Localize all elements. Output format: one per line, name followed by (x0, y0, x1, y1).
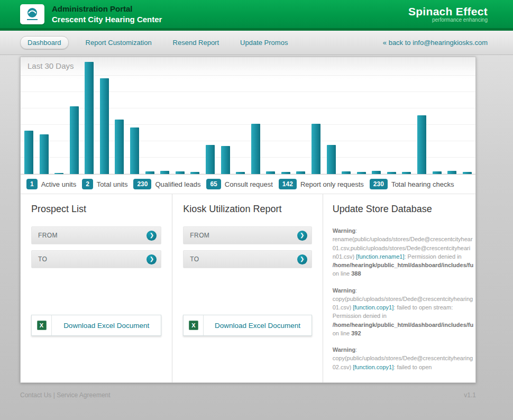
app-header: Administration Portal Crescent City Hear… (0, 0, 513, 31)
kiosk-from-date-picker[interactable]: FROM ❯ (183, 226, 312, 244)
footer-separator: | (53, 391, 55, 399)
main-card: Last 30 Days 1 Active units 2 Total unit… (20, 57, 476, 383)
chart-bar (176, 171, 185, 174)
footer: Contact Us | Service Agreement v1.1 (20, 391, 476, 399)
chart-bar (24, 131, 33, 174)
chevron-right-icon: ❯ (297, 254, 307, 264)
chart-bar (372, 171, 381, 174)
excel-icon-cell: X (32, 315, 52, 335)
chart-bar (145, 171, 154, 174)
function-doc-link[interactable]: [function.rename1] (356, 253, 404, 260)
warning-path: /home/hearingk/public_html/dashboard/inc… (333, 261, 473, 269)
chart-bar (417, 115, 426, 174)
contact-us-link[interactable]: Contact Us (20, 391, 51, 399)
chart-bar (70, 106, 79, 174)
company-logo (20, 4, 44, 24)
chart-bar (100, 78, 109, 174)
kiosk-download-excel-button[interactable]: X Download Excel Document (183, 315, 312, 336)
warning-colon: : (355, 287, 357, 294)
legend-label-report-only: Report only requests (300, 180, 364, 188)
brand-name: Spinach Effect (408, 5, 488, 18)
excel-icon-cell: X (184, 315, 204, 335)
legend-badge-hearing-checks: 230 (370, 179, 388, 189)
from-label: FROM (190, 232, 209, 239)
chart-bar (251, 124, 260, 174)
legend-badge-report-only: 142 (279, 179, 297, 189)
prospect-list-title: Prospect List (31, 204, 161, 215)
chart-bar (40, 134, 49, 174)
chart-bar (266, 171, 275, 174)
prospect-to-date-picker[interactable]: TO ❯ (31, 250, 161, 268)
to-label: TO (190, 255, 199, 263)
chart-bar (130, 127, 139, 174)
tab-report-customization[interactable]: Report Customization (86, 39, 152, 47)
prospect-download-excel-button[interactable]: X Download Excel Document (31, 315, 161, 336)
chart-bar (387, 172, 396, 174)
kiosk-report-title: Kiosk Utilization Report (183, 204, 312, 215)
kiosk-to-date-picker[interactable]: TO ❯ (183, 250, 312, 268)
php-warnings: Warning: rename(public/uploads/stores/De… (333, 226, 473, 371)
legend-badge-active-units: 1 (26, 179, 38, 189)
footer-links: Contact Us | Service Agreement (20, 391, 111, 399)
chart-legend: 1 Active units 2 Total units 230 Qualifi… (21, 175, 475, 194)
legend-label-hearing-checks: Total hearing checks (391, 180, 454, 188)
warning-line-number: 392 (351, 330, 361, 336)
panel-prospect-list: Prospect List FROM ❯ TO ❯ X Download Exc… (21, 194, 172, 382)
warning-colon: : (355, 346, 357, 353)
excel-icon: X (37, 321, 47, 330)
php-warning-3: Warning: copy(public/uploads/stores/Dede… (333, 345, 473, 371)
function-doc-link[interactable]: [function.copy1] (353, 364, 393, 370)
main-nav: Dashboard Report Customization Resend Re… (0, 31, 513, 55)
chart-bar (54, 173, 63, 174)
chart-bar (312, 124, 320, 174)
tab-dashboard[interactable]: Dashboard (20, 36, 69, 49)
tab-update-promos[interactable]: Update Promos (240, 39, 288, 47)
download-label: Download Excel Document (204, 315, 311, 335)
chart-bar (160, 171, 169, 174)
chart-bar (342, 171, 351, 174)
chart-bar (115, 120, 124, 174)
warning-line-prefix: on line (333, 270, 350, 277)
warning-label: Warning (333, 287, 356, 294)
panels: Prospect List FROM ❯ TO ❯ X Download Exc… (21, 194, 475, 382)
panel-kiosk-report: Kiosk Utilization Report FROM ❯ TO ❯ X D… (172, 194, 322, 382)
warning-label: Warning (333, 346, 356, 353)
chart-bar (402, 172, 411, 174)
legend-label-active-units: Active units (41, 180, 76, 188)
warning-colon: : (355, 227, 357, 234)
chart-bar (190, 172, 199, 174)
chart-bar (85, 62, 94, 174)
center-name: Crescent City Hearing Center (52, 14, 162, 25)
legend-label-consult-request: Consult request (225, 180, 273, 188)
legend-badge-qualified-leads: 230 (133, 179, 151, 189)
chart-bar (206, 145, 215, 174)
back-link[interactable]: « back to info@hearingkiosks.com (383, 39, 488, 47)
company-logo-icon (24, 7, 40, 22)
legend-label-qualified-leads: Qualified leads (155, 180, 200, 188)
excel-icon: X (189, 321, 198, 330)
chevron-right-icon: ❯ (297, 231, 307, 241)
warning-message: : Permission denied in (404, 253, 461, 260)
chart-bar (327, 145, 336, 174)
brand: Spinach Effect performance enhancing (408, 5, 488, 23)
chart-bar (236, 172, 245, 174)
chart-bar (281, 172, 290, 174)
prospect-from-date-picker[interactable]: FROM ❯ (31, 226, 161, 244)
legend-label-total-units: Total units (97, 180, 128, 188)
tab-resend-report[interactable]: Resend Report (173, 39, 219, 47)
warning-line-number: 388 (351, 270, 361, 277)
warning-label: Warning (333, 227, 356, 234)
service-agreement-link[interactable]: Service Agreement (57, 391, 110, 399)
chevron-right-icon: ❯ (146, 254, 157, 264)
chevron-right-icon: ❯ (146, 231, 157, 241)
warning-path: /home/hearingk/public_html/dashboard/inc… (333, 321, 473, 329)
warning-line-prefix: on line (333, 330, 350, 336)
function-doc-link[interactable]: [function.copy1] (353, 304, 393, 311)
warning-message: : failed to open (393, 364, 432, 370)
update-store-database-title: Update Store Database (333, 204, 473, 215)
bar-chart: Last 30 Days (21, 57, 475, 175)
bar-chart-bars (24, 61, 472, 174)
chart-bar (357, 172, 366, 174)
chart-bar (221, 146, 230, 174)
php-warning-2: Warning: copy(public/uploads/stores/Dede… (333, 286, 473, 338)
